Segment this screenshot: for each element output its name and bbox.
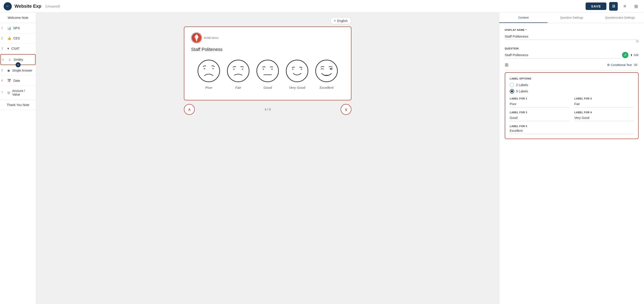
tab-question-settings[interactable]: Question Settings <box>548 13 596 23</box>
radio-5-label: 5 Labels <box>516 90 528 93</box>
labels-grid: LABEL FOR 1 LABEL FOR 2 LABEL FOR 3 LABE… <box>510 97 634 121</box>
label-5-input[interactable] <box>510 128 634 134</box>
tab-questionnaire-settings[interactable]: Questionnaire Settings <box>596 13 644 23</box>
display-name-char-count: 16 <box>505 40 638 42</box>
svg-point-3 <box>257 60 278 82</box>
question-label: QUESTION <box>505 47 638 50</box>
svg-point-2 <box>227 60 249 82</box>
svg-point-5 <box>286 60 308 82</box>
label-for-5-title: LABEL FOR 5 <box>510 125 634 128</box>
svg-point-6 <box>316 60 338 82</box>
right-content: DISPLAY NAME * 16 QUESTION ↺ ⬆ IVR ⊞ ⚙ <box>499 23 644 304</box>
upload-icon: ⬆ <box>630 54 633 57</box>
sidebar-item-date[interactable]: 6 📅 Date <box>0 76 36 86</box>
language-button[interactable]: ⌗ English <box>330 17 352 24</box>
gear-icon: ⚙ <box>607 63 610 66</box>
logo-text: ACME Demo <box>204 36 218 39</box>
required-indicator: * <box>526 28 527 31</box>
unsaved-label: (Unsaved) <box>46 4 60 8</box>
tab-content[interactable]: Content <box>499 13 548 23</box>
sidebar-num-2: 2 <box>1 37 3 40</box>
radio-5-circle[interactable] <box>510 89 514 94</box>
smiley-label-5: Excellent <box>320 86 334 90</box>
sidebar-item-amount[interactable]: 7 ◎ Amount / Value <box>0 86 36 100</box>
nps-icon: 📊 <box>7 26 11 30</box>
tools-row: ⊞ ⚙ Conditional Text 16 <box>505 62 638 70</box>
label-for-2-title: LABEL FOR 2 <box>574 97 634 100</box>
monitor-button[interactable]: 🖥 <box>609 2 618 11</box>
sidebar-item-smiley[interactable]: 4 ☺ Smiley + <box>0 54 36 65</box>
sidebar-num-4: 4 <box>2 58 4 61</box>
sidebar-label-single: Single Answer <box>12 69 32 72</box>
smiley-4[interactable]: Very Good <box>285 58 310 90</box>
hierarchy-button[interactable]: ⊞ <box>632 2 640 11</box>
label-field-3: LABEL FOR 3 <box>510 111 569 121</box>
smiley-1[interactable]: Poor <box>196 58 221 90</box>
back-icon: ← <box>6 4 10 8</box>
label-4-input[interactable] <box>574 114 634 121</box>
face-neutral-svg <box>255 58 280 83</box>
sidebar-item-csat[interactable]: 3 ♥ CSAT <box>0 44 36 54</box>
display-name-input[interactable] <box>505 33 638 40</box>
smiley-3[interactable]: Good <box>255 58 280 90</box>
logo-image <box>191 32 202 43</box>
welcome-note-label: Welcome Note <box>8 16 28 20</box>
label-2-input[interactable] <box>574 101 634 107</box>
label-options-title: LABEL OPTIONS <box>510 77 634 80</box>
face-sad-svg <box>226 58 251 83</box>
sidebar-label-ces: CES <box>13 36 20 40</box>
question-icon-btn[interactable]: ↺ <box>622 52 628 58</box>
right-panel-tabs: Content Question Settings Questionnaire … <box>499 13 644 23</box>
save-button[interactable]: SAVE <box>586 2 606 10</box>
sidebar-item-welcome[interactable]: Welcome Note <box>0 13 36 23</box>
smiley-5[interactable]: Excellent <box>314 58 339 90</box>
date-icon: 📅 <box>7 79 11 82</box>
right-panel: Content Question Settings Questionnaire … <box>499 13 644 304</box>
nav-up-button[interactable]: ∧ <box>184 104 195 115</box>
nav-down-icon: ∨ <box>344 107 348 112</box>
lang-bar: ⌗ English <box>184 17 352 24</box>
smiley-2[interactable]: Fair <box>226 58 251 90</box>
survey-logo: ACME Demo <box>191 32 344 43</box>
conditional-text-button[interactable]: ⚙ Conditional Text 16 <box>607 63 638 66</box>
label-for-3-title: LABEL FOR 3 <box>510 111 569 114</box>
page-indicator: 4 / 9 <box>264 108 270 111</box>
label-1-input[interactable] <box>510 101 569 107</box>
table-icon[interactable]: ⊞ <box>505 62 508 68</box>
menu-button[interactable]: ≡ <box>620 2 629 11</box>
csat-icon: ♥ <box>7 47 9 50</box>
smiley-label-2: Fair <box>235 86 241 90</box>
face-happy-svg <box>285 58 310 83</box>
nav-down-button[interactable]: ∨ <box>340 104 352 115</box>
smiley-label-3: Good <box>264 86 272 90</box>
sidebar-label-date: Date <box>13 79 20 82</box>
canvas-area: ⌗ English ACME Demo Staff Politeness <box>36 13 499 304</box>
label-3-input[interactable] <box>510 114 569 121</box>
back-button[interactable]: ← <box>4 2 12 10</box>
radio-2-circle[interactable] <box>510 83 514 87</box>
single-answer-icon: ◉ <box>7 69 10 72</box>
display-name-label: DISPLAY NAME * <box>505 28 638 31</box>
add-question-button[interactable]: + <box>16 62 20 67</box>
sidebar-label-csat: CSAT <box>11 47 20 50</box>
radio-2-labels[interactable]: 2 Labels <box>510 83 634 87</box>
sidebar-num-7: 7 <box>1 91 3 94</box>
sidebar-item-thankyou[interactable]: Thank You Note <box>0 100 36 110</box>
question-input[interactable] <box>505 52 620 58</box>
label-field-1: LABEL FOR 1 <box>510 97 569 107</box>
hierarchy-icon: ⊞ <box>634 4 638 9</box>
radio-5-labels[interactable]: 5 Labels <box>510 89 634 94</box>
language-label: English <box>337 19 348 23</box>
menu-icon: ≡ <box>624 4 626 9</box>
nav-up-icon: ∧ <box>188 107 191 112</box>
label-options-box: LABEL OPTIONS 2 Labels 5 Labels LABEL FO… <box>505 72 638 139</box>
ivr-button[interactable]: ⬆ IVR <box>630 54 638 57</box>
sidebar-item-ces[interactable]: 2 👍 CES <box>0 33 36 44</box>
translate-icon: ⌗ <box>334 19 336 23</box>
page-title: Website Exp <box>14 4 42 9</box>
sidebar-item-nps[interactable]: 1 📊 NPS <box>0 23 36 33</box>
question-row: ↺ ⬆ IVR <box>505 52 638 58</box>
sidebar-label-nps: NPS <box>13 26 20 30</box>
sidebar-num-5: 5 <box>1 69 3 72</box>
label-for-1-title: LABEL FOR 1 <box>510 97 569 100</box>
